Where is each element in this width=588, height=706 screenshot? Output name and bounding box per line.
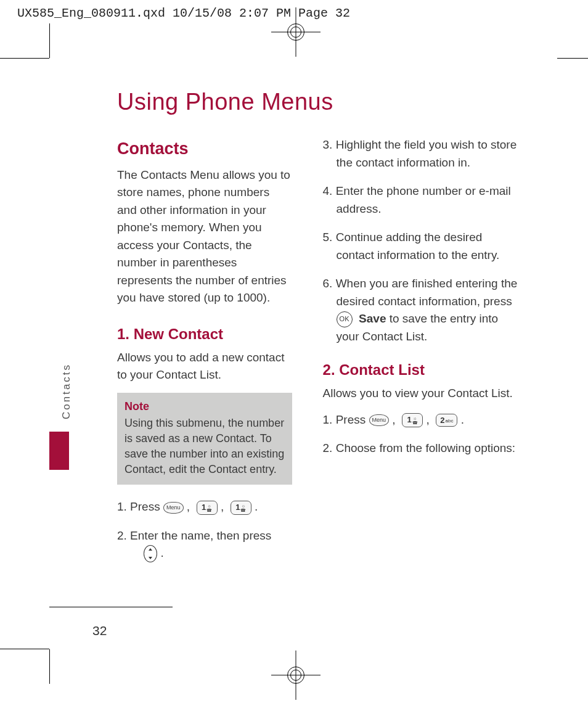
two-key-icon: 2abc (436, 414, 457, 427)
one-key-icon: 1☼☎ (402, 413, 423, 427)
contacts-heading: Contacts (117, 136, 292, 162)
new-contact-heading: 1. New Contact (117, 323, 292, 345)
new-contact-intro: Allows you to add a new contact to your … (117, 349, 292, 384)
crop-mark (49, 23, 50, 58)
registration-mark-top (284, 20, 308, 44)
crop-mark (49, 649, 50, 684)
prepress-header: UX585_Eng_080911.qxd 10/15/08 2:07 PM Pa… (0, 0, 588, 20)
nc-step-5: 5. Continue adding the desired contact i… (323, 229, 520, 264)
registration-mark-bottom (284, 663, 308, 688)
nc-step-6: 6. When you are finished entering the de… (323, 275, 520, 345)
note-body: Using this submenu, the number is saved … (125, 416, 285, 478)
nav-key-icon (144, 545, 157, 562)
footer-rule (49, 607, 173, 607)
cl-step-1: 1. Press Menu , 1☼☎ , 2abc . (323, 411, 520, 429)
right-column: 3. Highlight the field you wish to store… (323, 136, 520, 573)
note-box: Note Using this submenu, the number is s… (117, 393, 292, 485)
save-label: Save (359, 312, 386, 325)
contact-list-intro: Allows you to view your Contact List. (323, 385, 520, 403)
left-column: Contacts The Contacts Menu allows you to… (92, 136, 292, 573)
crop-mark (557, 58, 588, 59)
nc-step-3: 3. Highlight the field you wish to store… (323, 136, 520, 171)
nc-step1-lead: 1. Press (117, 500, 163, 513)
page-title: Using Phone Menus (117, 89, 520, 115)
nc-step6-a: 6. When you are finished entering the de… (323, 277, 518, 308)
one-key-icon: 1☼☎ (197, 501, 218, 515)
contacts-body: The Contacts Menu allows you to store na… (117, 166, 292, 307)
contact-list-heading: 2. Contact List (323, 359, 520, 381)
nc-step-4: 4. Enter the phone number or e-mail addr… (323, 183, 520, 218)
page-number: 32 (92, 623, 107, 638)
ok-key-icon: OK (337, 311, 353, 327)
menu-key-icon: Menu (163, 502, 184, 514)
cl-step1-lead: 1. Press (323, 413, 369, 426)
nc-step-1: 1. Press Menu , 1☼☎ , 1☼☎ . (117, 498, 292, 516)
nc-step2-text: 2. Enter the name, then press (117, 529, 271, 542)
cl-step-2: 2. Choose from the following options: (323, 440, 520, 458)
page-body: Using Phone Menus Contacts The Contacts … (49, 58, 557, 649)
crop-mark (0, 58, 49, 59)
nc-step-2: 2. Enter the name, then press . (117, 527, 292, 562)
menu-key-icon: Menu (369, 414, 390, 427)
note-title: Note (125, 399, 285, 414)
one-key-icon: 1☼☎ (231, 501, 251, 515)
crop-mark (0, 649, 49, 649)
